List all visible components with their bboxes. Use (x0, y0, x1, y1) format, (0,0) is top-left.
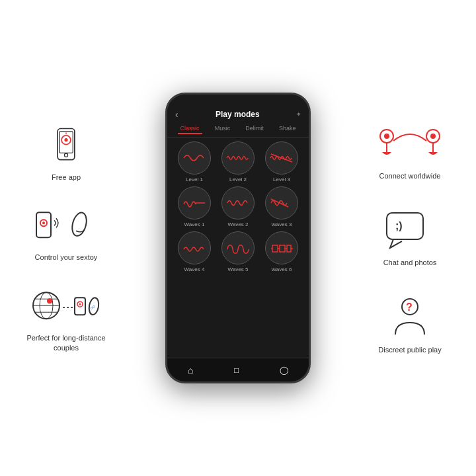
grid-item-waves2[interactable]: Waves 2 (219, 186, 257, 227)
svg-point-19 (79, 303, 81, 305)
waves3-label: Waves 3 (272, 221, 292, 227)
waves2-label: Waves 2 (228, 221, 249, 227)
grid-item-waves1[interactable]: Waves 1 (176, 186, 213, 227)
svg-text:?: ? (406, 301, 413, 313)
discreet-label: Discreet public play (378, 345, 441, 355)
grid-item-level2[interactable]: Level 2 (219, 141, 257, 182)
level2-wave-icon (226, 150, 250, 166)
level2-label: Level 2 (229, 177, 247, 182)
waves1-wave-icon (182, 195, 206, 211)
grid-section: Level 1 Level 2 (167, 138, 309, 280)
svg-rect-6 (36, 213, 51, 238)
long-distance-icon-area: ☍ (30, 283, 102, 329)
waves3-circle[interactable] (265, 186, 298, 219)
waves3-wave-icon (270, 195, 294, 211)
svg-rect-27 (287, 245, 291, 252)
level1-circle[interactable] (178, 141, 211, 175)
waves5-circle[interactable] (221, 231, 255, 264)
control-icon-area (33, 203, 99, 249)
features-right: Connect worldwide ;) Chat and photos (357, 121, 463, 355)
svg-rect-25 (272, 245, 278, 252)
level2-circle[interactable] (221, 141, 255, 175)
svg-point-33 (384, 134, 389, 139)
feature-control: Control your sextoy (13, 203, 119, 263)
waves6-circle[interactable] (265, 231, 298, 264)
tab-music[interactable]: Music (212, 124, 233, 134)
phone-wrapper: ‹ Play modes ⌖ Classic Music Delimit Sha… (165, 93, 311, 383)
feature-chat: ;) Chat and photos (357, 208, 463, 268)
discreet-icon: ? (383, 295, 436, 341)
features-left: Free app Control your sextoy (13, 122, 119, 354)
svg-line-24 (271, 199, 288, 207)
waves6-label: Waves 6 (272, 266, 292, 272)
profile-icon[interactable]: ◯ (280, 366, 288, 375)
phone: ‹ Play modes ⌖ Classic Music Delimit Sha… (165, 93, 311, 383)
svg-rect-17 (75, 298, 85, 315)
screen-tabs: Classic Music Delimit Shake (167, 122, 309, 138)
svg-point-4 (64, 138, 67, 141)
phone-screen: ‹ Play modes ⌖ Classic Music Delimit Sha… (167, 95, 309, 381)
control-label: Control your sextoy (35, 253, 98, 263)
svg-rect-1 (60, 132, 73, 153)
svg-rect-26 (280, 245, 285, 252)
grid-row-2: Waves 1 Waves 2 (173, 186, 303, 227)
chat-icon[interactable]: □ (234, 366, 239, 375)
waves2-wave-icon (226, 195, 250, 211)
waves4-circle[interactable] (178, 231, 211, 264)
waves5-label: Waves 5 (228, 266, 249, 272)
feature-long-distance: ☍ Perfect for long-distance couples (13, 283, 119, 354)
phone-icon (46, 126, 86, 165)
level3-wave-icon (270, 150, 294, 166)
feature-connect: Connect worldwide (357, 121, 463, 181)
waves4-wave-icon (182, 240, 206, 256)
phone-reflection (178, 383, 298, 403)
level3-circle[interactable] (265, 141, 298, 175)
waves2-circle[interactable] (221, 186, 255, 219)
grid-item-waves6[interactable]: Waves 6 (263, 231, 300, 272)
chat-icon-area: ;) (383, 208, 436, 254)
long-distance-label: Perfect for long-distance couples (13, 333, 119, 354)
svg-point-36 (430, 134, 436, 139)
level1-wave-icon (182, 150, 206, 166)
svg-text:;): ;) (395, 220, 403, 231)
connect-label: Connect worldwide (379, 171, 441, 181)
svg-point-8 (42, 222, 45, 225)
chat-icon: ;) (383, 210, 436, 253)
home-icon[interactable]: ⌂ (188, 365, 193, 376)
free-app-icon-area (46, 122, 86, 169)
feature-free-app: Free app (13, 122, 119, 182)
screen-bottom-nav: ⌂ □ ◯ (167, 358, 309, 381)
waves4-label: Waves 4 (184, 266, 205, 272)
long-distance-icon: ☍ (30, 285, 102, 328)
waves6-wave-icon (270, 240, 294, 256)
connect-icon (370, 124, 450, 164)
control-icon (33, 206, 99, 246)
svg-point-9 (70, 212, 89, 238)
grid-row-1: Level 1 Level 2 (173, 141, 303, 182)
grid-row-3: Waves 4 Waves 5 (173, 231, 303, 272)
waves5-wave-icon (226, 240, 250, 256)
level1-label: Level 1 (186, 177, 203, 182)
grid-item-waves5[interactable]: Waves 5 (219, 231, 257, 272)
chat-label: Chat and photos (383, 258, 437, 268)
grid-item-waves3[interactable]: Waves 3 (263, 186, 300, 227)
waves1-circle[interactable] (178, 186, 211, 219)
free-app-label: Free app (52, 173, 81, 182)
grid-item-level3[interactable]: Level 3 (263, 141, 300, 182)
svg-text:☍: ☍ (90, 305, 95, 311)
waves1-label: Waves 1 (184, 221, 205, 227)
tab-classic[interactable]: Classic (178, 124, 202, 134)
svg-point-2 (64, 153, 67, 157)
tab-shake[interactable]: Shake (276, 124, 299, 134)
grid-item-level1[interactable]: Level 1 (176, 141, 213, 182)
feature-discreet: ? Discreet public play (357, 295, 463, 355)
svg-rect-38 (387, 213, 423, 239)
tab-delimit[interactable]: Delimit (243, 124, 266, 134)
bluetooth-icon: ⌖ (297, 110, 301, 118)
connect-icon-area (370, 121, 450, 167)
level3-label: Level 3 (273, 177, 290, 182)
svg-point-15 (47, 299, 52, 304)
grid-item-waves4[interactable]: Waves 4 (176, 231, 213, 272)
main-container: Free app Control your sextoy (0, 0, 476, 476)
phone-notch (218, 95, 258, 106)
